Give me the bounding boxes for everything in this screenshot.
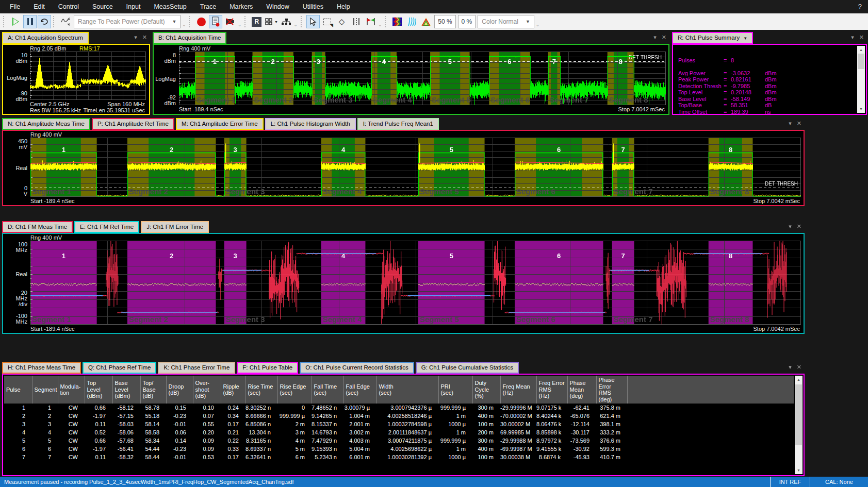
spectrum-plot[interactable] [30,52,146,100]
menu-help[interactable]: Help [330,0,357,13]
summary-scrollbar[interactable]: ▲ ▼ [857,46,865,113]
table-scrollbar[interactable]: ▲ ▼ [795,376,803,474]
table-cell: 14.6793 n [312,428,343,436]
tab-e[interactable]: E: Ch1 FM Ref Time [74,221,139,233]
layout-grid-button[interactable]: ▼ [265,15,279,28]
scrollbar-thumb[interactable] [795,384,802,445]
scroll-up-icon[interactable]: ▲ [795,376,803,383]
menu-source[interactable]: Source [86,0,120,13]
overflow-chevron-ic[interactable]: ⌄ [294,23,298,27]
pause-button[interactable] [23,15,37,28]
color-mode-select[interactable]: Color Normal ▼ [478,15,534,28]
table-row[interactable]: 77CW0.11-58.3258.44-0.010.530.176.32641 … [4,453,794,461]
minimize-panel-icon[interactable]: ▾ [134,34,137,41]
record-file-button[interactable] [209,15,222,28]
close-panel-icon[interactable]: ✕ [797,120,801,127]
tab-l[interactable]: L: Ch1 Pulse Histogram Width [265,118,356,130]
acquisition-time-plot[interactable] [179,52,666,105]
recall-button[interactable]: R [250,15,264,28]
scrollbar-thumb[interactable] [858,54,864,69]
table-row[interactable]: 11CW0.66-58.1258.780.150.100.248.30252 n… [4,404,794,412]
close-panel-icon[interactable]: ✕ [797,364,801,371]
table-row[interactable]: 22CW-1.97-57.1555.18-0.230.070.348.66666… [4,412,794,420]
tab-p[interactable]: P: Ch1 Amplitude Ref Time [92,118,174,130]
scroll-down-icon[interactable]: ▼ [795,466,803,474]
scroll-up-icon[interactable]: ▲ [857,46,865,54]
menu-window[interactable]: Window [259,0,296,13]
close-panel-icon[interactable]: ✕ [662,34,666,41]
tab-k[interactable]: K: Ch1 Phase Error Time [158,362,235,374]
table-header-cell: Width (sec) [376,376,438,404]
menu-trace[interactable]: Trace [193,0,223,13]
band-markers-button[interactable] [350,15,363,28]
overflow-chevron-icon[interactable]: ⌄ [238,23,241,27]
table-cell [627,453,794,461]
scroll-down-icon[interactable]: ▼ [857,105,865,113]
close-panel-icon[interactable]: ✕ [797,223,801,230]
tab-acquisition-time[interactable]: B: Ch1 Acquisition Time [153,32,226,44]
restart-button[interactable] [38,15,51,28]
tab-q[interactable]: Q: Ch1 Phase Ref Time [83,362,156,374]
table-row[interactable]: 66CW-1.97-56.4154.44-0.230.090.338.69337… [4,445,794,453]
overflow-chevron-icon[interactable]: ⌄ [182,23,186,27]
tab-f[interactable]: F: Ch1 Pulse Table [237,362,298,374]
record-button[interactable] [194,15,208,28]
menu-edit[interactable]: Edit [27,0,52,13]
tab-g[interactable]: G: Ch1 Pulse Cumulative Statistics [416,362,519,374]
tab-acquisition-spectrum[interactable]: A: Ch1 Acquisition Spectrum [2,32,89,44]
tab-m[interactable]: M: Ch1 Amplitude Error Time [176,118,264,130]
table-cell: CW [58,404,85,412]
spectrogram-button[interactable] [390,15,404,28]
minimize-panel-icon[interactable]: ▾ [789,120,792,127]
prism-button[interactable] [419,15,433,28]
minimize-panel-icon[interactable]: ▾ [789,364,792,371]
minimize-panel-icon[interactable]: ▾ [851,34,854,41]
menu-control[interactable]: Control [52,0,86,13]
help-icon[interactable]: ? [858,0,862,13]
select-cursor-button[interactable] [306,15,320,28]
tab-j[interactable]: J: Ch1 FM Error Time [141,221,209,233]
menu-meassetup[interactable]: MeasSetup [147,0,193,13]
marker-diamond-button[interactable]: ◇ [335,15,349,28]
timelen-label: TimeLen 35.19531 uSec [84,107,145,113]
tab-pulse-summary[interactable]: R: Ch1 Pulse Summary▼ [672,32,753,44]
menu-utilities[interactable]: Utilities [296,0,330,13]
close-panel-icon[interactable]: ✕ [859,34,864,41]
tab-i[interactable]: I: Trend Pulse Freq Mean1 [357,118,439,130]
arrange-windows-button[interactable] [280,15,293,28]
amplitude-plot[interactable] [30,138,801,197]
minimize-panel-icon[interactable]: ▾ [789,223,792,230]
table-row[interactable]: 33CW0.11-58.0358.14-0.010.550.176.85086 … [4,420,794,428]
range-mode-select[interactable]: Range To Peak Power (Default) ▼ [74,15,181,28]
menu-markers[interactable]: Markers [223,0,259,13]
table-cell: 2 m [277,420,312,428]
table-cell: -73.569 [567,436,596,445]
tab-d[interactable]: D: Ch1 FM Meas Time [2,221,73,233]
fm-plot[interactable] [30,241,801,325]
autorange-button[interactable] [59,15,72,28]
waterfall-button[interactable] [405,15,418,28]
table-row[interactable]: 55CW0.66-57.6858.340.140.090.228.31165 n… [4,436,794,445]
table-cell: 410.7 m [596,453,627,461]
summary-row: Avg Power=-3.0632dBm [678,70,855,77]
zoom-percent-box[interactable]: 50 % [434,15,455,28]
workspace: A: Ch1 Acquisition Spectrum ▾✕ Rng 2.05 … [0,30,868,477]
menu-file[interactable]: File [3,0,27,13]
table-header-cell: Modula- tion [58,376,85,404]
discard-record-button[interactable] [223,15,237,28]
table-cell: 5 [4,436,32,445]
y-axis-bottom-unit: MHz [15,318,27,325]
tab-o[interactable]: O: Ch1 Pulse Current Record Statistics [300,362,414,374]
zoom-select-button[interactable]: ◥ [321,15,334,28]
overflow-chevron-icon[interactable]: ⌄ [536,23,539,27]
tab-n[interactable]: N: Ch1 Amplitude Meas Time [2,118,90,130]
close-panel-icon[interactable]: ✕ [142,34,147,41]
table-row[interactable]: 44CW0.52-58.0658.580.060.200.2113.304 n3… [4,428,794,436]
offset-percent-box[interactable]: 0 % [458,15,476,28]
marker-flags-button[interactable] [364,15,378,28]
play-button[interactable] [9,15,22,28]
minimize-panel-icon[interactable]: ▾ [653,34,657,41]
overflow-chevron-icon[interactable]: ⌄ [379,23,382,27]
tab-h[interactable]: H: Ch1 Phase Meas Time [2,362,81,374]
menu-input[interactable]: Input [120,0,148,13]
